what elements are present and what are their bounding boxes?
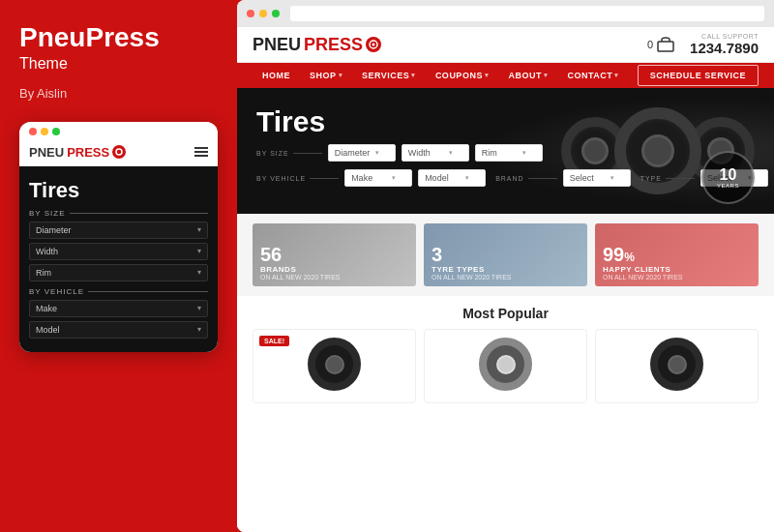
type-label: TYPE xyxy=(640,175,695,182)
browser-url-bar[interactable] xyxy=(290,6,764,21)
mobile-vehicle-selects: Make Model xyxy=(29,300,208,339)
site-hero: Tires BY SIZE Diameter ▾ Width ▾ Rim xyxy=(237,88,774,214)
site-logo-icon xyxy=(366,37,381,52)
stat-label-clients: HAPPY CLIENTS xyxy=(603,265,682,274)
product-tire-2 xyxy=(479,338,532,391)
stat-number-brands: 56 xyxy=(260,244,282,265)
stats-row: 56 BRANDS ON ALL NEW 2020 TIRES 3 TYRE T… xyxy=(237,214,774,296)
dot-red-icon xyxy=(29,128,37,135)
right-panel: PNEUPRESS 0 CALL SUPPORT 1234.7890 xyxy=(237,0,774,532)
mobile-by-size-label: BY SIZE xyxy=(29,209,208,218)
stat-content-clients: 99% HAPPY CLIENTS ON ALL NEW 2020 TIRES xyxy=(595,239,690,286)
stat-number-types: 3 xyxy=(432,244,442,265)
phone-area: CALL SUPPORT 1234.7890 xyxy=(690,33,759,56)
mobile-by-vehicle-label: BY VEHICLE xyxy=(29,287,208,296)
stat-label-brands: BRANDS xyxy=(260,265,340,274)
products-row: SALE! xyxy=(253,329,759,403)
brand-name: PneuPress xyxy=(19,23,218,53)
dot-yellow-icon xyxy=(41,128,48,135)
dot-green-icon xyxy=(52,128,60,135)
product-tire-3 xyxy=(650,338,703,391)
rim-select[interactable]: Rim ▾ xyxy=(475,144,543,162)
left-panel: PneuPress Theme By Aislin PNEUPRESS Tire… xyxy=(0,0,237,532)
stat-number-clients: 99 xyxy=(603,244,624,265)
cart-area[interactable]: 0 xyxy=(647,37,674,52)
stat-card-brands: 56 BRANDS ON ALL NEW 2020 TIRES xyxy=(253,223,416,286)
stat-content-types: 3 TYRE TYPES ON ALL NEW 2020 TIRES xyxy=(424,239,519,286)
browser-dot-yellow xyxy=(259,10,267,17)
mobile-width-select[interactable]: Width xyxy=(29,243,208,260)
brand-subtitle: Theme xyxy=(19,55,218,73)
model-select[interactable]: Model ▾ xyxy=(418,169,486,187)
mobile-hero: Tires BY SIZE Diameter Width Rim BY VEHI… xyxy=(19,166,218,352)
brand-label: BRAND xyxy=(495,175,557,182)
nav-contact[interactable]: CONTACT xyxy=(557,63,628,88)
stat-content-brands: 56 BRANDS ON ALL NEW 2020 TIRES xyxy=(253,239,347,286)
filter-section: BY SIZE Diameter ▾ Width ▾ Rim ▾ xyxy=(256,138,755,198)
brand-by: By Aislin xyxy=(19,86,218,101)
most-popular-title: Most Popular xyxy=(253,306,759,321)
site-header-right: 0 CALL SUPPORT 1234.7890 xyxy=(647,33,759,56)
cart-icon xyxy=(657,37,674,52)
hero-badge: 10 years xyxy=(701,151,755,204)
phone-number: 1234.7890 xyxy=(690,40,759,56)
nav-about[interactable]: ABOUT xyxy=(498,63,557,88)
mobile-mockup: PNEUPRESS Tires BY SIZE Diameter Width R… xyxy=(19,122,218,352)
hero-title: Tires xyxy=(256,105,755,138)
by-size-label: BY SIZE xyxy=(256,150,322,157)
stat-sublabel-clients: ON ALL NEW 2020 TIRES xyxy=(603,274,682,281)
mobile-diameter-select[interactable]: Diameter xyxy=(29,222,208,239)
stat-unit-clients: % xyxy=(624,251,635,264)
hamburger-icon[interactable] xyxy=(194,147,208,157)
by-vehicle-row: BY VEHICLE Make ▾ Model ▾ BRAND Select ▾… xyxy=(256,166,755,190)
mobile-model-select[interactable]: Model xyxy=(29,321,208,339)
site-header: PNEUPRESS 0 CALL SUPPORT 1234.7890 xyxy=(237,27,774,63)
brand-select[interactable]: Select ▾ xyxy=(563,169,631,187)
nav-services[interactable]: SERVICES xyxy=(352,63,426,88)
nav-home[interactable]: HOME xyxy=(253,63,300,88)
mobile-rim-select[interactable]: Rim xyxy=(29,264,208,281)
make-select[interactable]: Make ▾ xyxy=(344,169,412,187)
stat-label-types: TYRE TYPES xyxy=(432,265,511,274)
product-card-3[interactable] xyxy=(595,329,759,403)
mobile-hero-title: Tires xyxy=(29,178,208,203)
site-wrapper: PNEUPRESS 0 CALL SUPPORT 1234.7890 xyxy=(237,27,774,532)
browser-bar xyxy=(237,0,774,27)
site-nav: HOME SHOP SERVICES COUPONS ABOUT CONTACT… xyxy=(237,63,774,88)
product-card-1[interactable]: SALE! xyxy=(253,329,416,403)
mobile-size-selects: Diameter Width Rim xyxy=(29,222,208,281)
most-popular-section: Most Popular SALE! xyxy=(237,296,774,532)
stat-sublabel-brands: ON ALL NEW 2020 TIRES xyxy=(260,274,340,281)
badge-text: years xyxy=(717,183,739,189)
logo-press: PRESS xyxy=(304,35,363,55)
nav-shop[interactable]: SHOP xyxy=(300,63,352,88)
mobile-logo: PNEUPRESS xyxy=(29,145,126,160)
mobile-logo-icon xyxy=(112,145,126,159)
product-tire-1 xyxy=(308,338,361,391)
diameter-select[interactable]: Diameter ▾ xyxy=(328,144,396,162)
by-size-row: BY SIZE Diameter ▾ Width ▾ Rim ▾ xyxy=(256,144,755,162)
stat-card-types: 3 TYRE TYPES ON ALL NEW 2020 TIRES xyxy=(424,223,587,286)
nav-links: HOME SHOP SERVICES COUPONS ABOUT CONTACT xyxy=(253,63,629,88)
product-card-2[interactable] xyxy=(424,329,587,403)
width-select[interactable]: Width ▾ xyxy=(402,144,469,162)
sale-badge: SALE! xyxy=(259,336,289,346)
svg-rect-3 xyxy=(658,42,673,51)
mobile-top-bar xyxy=(19,122,218,139)
mobile-make-select[interactable]: Make xyxy=(29,300,208,317)
stat-sublabel-types: ON ALL NEW 2020 TIRES xyxy=(432,274,511,281)
browser-dot-green xyxy=(272,10,280,17)
logo-pneu: PNEU xyxy=(253,35,301,55)
browser-dot-red xyxy=(247,10,254,17)
svg-point-2 xyxy=(372,44,375,46)
by-vehicle-label: BY VEHICLE xyxy=(256,175,339,182)
badge-number: 10 xyxy=(720,167,737,183)
svg-point-0 xyxy=(116,149,122,155)
mobile-header: PNEUPRESS xyxy=(19,139,218,166)
nav-coupons[interactable]: COUPONS xyxy=(426,63,499,88)
phone-label: CALL SUPPORT xyxy=(690,33,759,40)
stat-card-clients: 99% HAPPY CLIENTS ON ALL NEW 2020 TIRES xyxy=(595,223,759,286)
site-logo: PNEUPRESS xyxy=(253,35,381,55)
cart-count: 0 xyxy=(647,39,653,50)
schedule-service-button[interactable]: SCHEDULE SERVICE xyxy=(638,65,759,86)
